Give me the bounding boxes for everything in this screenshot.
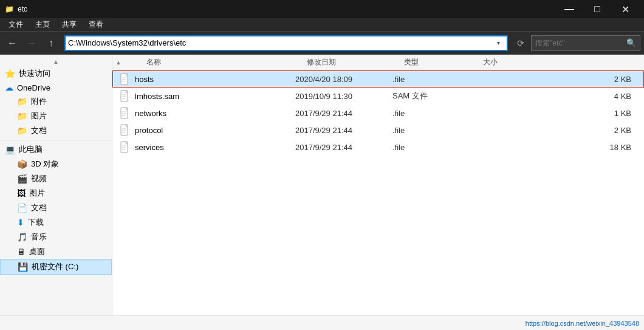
table-row[interactable]: networks2017/9/29 21:44.file1 KB bbox=[112, 105, 644, 122]
file-name: lmhosts.sam bbox=[135, 92, 295, 101]
refresh-button[interactable]: ⟳ bbox=[513, 35, 529, 51]
file-type: .file bbox=[392, 75, 471, 84]
quick-access-icon: ⭐ bbox=[5, 69, 15, 78]
file-date: 2019/10/9 11:30 bbox=[295, 92, 392, 101]
menu-share[interactable]: 共享 bbox=[56, 18, 83, 31]
maximize-btn[interactable]: □ bbox=[583, 0, 611, 18]
sidebar-item-docs[interactable]: 📄 文档 bbox=[0, 201, 112, 215]
sidebar-item-images[interactable]: 🖼 图片 bbox=[0, 186, 112, 201]
folder-icon: 📁 bbox=[17, 126, 27, 136]
status-bar: https://blog.csdn.net/weixin_43943548 bbox=[0, 315, 644, 330]
sidebar-item-documents[interactable]: 📁 文档 bbox=[0, 123, 112, 138]
file-size: 2 KB bbox=[471, 126, 643, 135]
file-size: 1 KB bbox=[471, 109, 643, 118]
table-row[interactable]: services2017/9/29 21:44.file18 KB bbox=[112, 139, 644, 156]
table-row[interactable]: hosts2020/4/20 18:09.file2 KB bbox=[112, 70, 644, 88]
table-row[interactable]: protocol2017/9/29 21:44.file2 KB bbox=[112, 122, 644, 139]
menu-view[interactable]: 查看 bbox=[83, 18, 109, 31]
file-type: .file bbox=[392, 126, 471, 135]
column-headers: ▲ 名称 修改日期 类型 大小 bbox=[112, 55, 644, 70]
sidebar-item-attachments[interactable]: 📁 附件 bbox=[0, 94, 112, 109]
search-bar[interactable]: 🔍 bbox=[531, 35, 640, 51]
file-size: 18 KB bbox=[471, 143, 643, 152]
table-row[interactable]: lmhosts.sam2019/10/9 11:30SAM 文件4 KB bbox=[112, 88, 644, 105]
file-name: networks bbox=[135, 109, 295, 118]
sidebar-item-videos[interactable]: 🎬 视频 bbox=[0, 171, 112, 186]
sidebar-divider bbox=[0, 140, 112, 140]
sidebar: ▲ ⭐ 快速访问 ☁ OneDrive 📁 附件 📁 图片 📁 文档 💻 此电脑 bbox=[0, 55, 112, 315]
search-icon: 🔍 bbox=[626, 38, 636, 47]
col-header-type[interactable]: 类型 bbox=[404, 57, 483, 67]
file-size: 4 KB bbox=[471, 92, 643, 101]
file-icon bbox=[119, 107, 131, 119]
sidebar-item-drive[interactable]: 💾 机密文件 (C:) bbox=[0, 259, 112, 275]
file-list: hosts2020/4/20 18:09.file2 KB lmhosts.sa… bbox=[112, 70, 644, 156]
title-controls: — □ ✕ bbox=[555, 0, 639, 18]
downloads-icon: ⬇ bbox=[17, 218, 24, 227]
file-date: 2017/9/29 21:44 bbox=[295, 126, 392, 135]
sidebar-item-downloads[interactable]: ⬇ 下载 bbox=[0, 215, 112, 230]
menu-home[interactable]: 主页 bbox=[29, 18, 56, 31]
sidebar-item-pictures[interactable]: 📁 图片 bbox=[0, 109, 112, 123]
sidebar-onedrive[interactable]: ☁ OneDrive bbox=[0, 81, 112, 94]
file-type: .file bbox=[392, 143, 471, 152]
drive-icon: 💾 bbox=[18, 262, 28, 272]
col-header-name[interactable]: 名称 bbox=[125, 57, 307, 67]
file-name: protocol bbox=[135, 126, 295, 135]
search-input[interactable] bbox=[535, 39, 626, 47]
file-type: SAM 文件 bbox=[392, 91, 471, 101]
main-content: ▲ ⭐ 快速访问 ☁ OneDrive 📁 附件 📁 图片 📁 文档 💻 此电脑 bbox=[0, 55, 644, 315]
sidebar-item-desktop[interactable]: 🖥 桌面 bbox=[0, 244, 112, 259]
file-area: ▲ 名称 修改日期 类型 大小 hosts2020/4/20 18:09.fil… bbox=[112, 55, 644, 315]
menu-bar: 文件 主页 共享 查看 bbox=[0, 18, 644, 32]
documents-icon: 📄 bbox=[17, 203, 27, 213]
address-dropdown-btn[interactable]: ▾ bbox=[492, 36, 504, 50]
sidebar-item-music[interactable]: 🎵 音乐 bbox=[0, 230, 112, 244]
folder-icon: 📁 bbox=[17, 111, 27, 121]
file-icon bbox=[119, 73, 131, 85]
col-header-date[interactable]: 修改日期 bbox=[307, 57, 404, 67]
sidebar-scroll-up[interactable]: ▲ bbox=[0, 57, 112, 66]
title-text: etc bbox=[18, 5, 27, 13]
file-size: 2 KB bbox=[471, 75, 643, 84]
up-button[interactable]: ↑ bbox=[43, 35, 60, 52]
onedrive-icon: ☁ bbox=[5, 83, 13, 92]
images-icon: 🖼 bbox=[17, 188, 26, 198]
sidebar-this-pc[interactable]: 💻 此电脑 bbox=[0, 142, 112, 157]
sidebar-item-3d[interactable]: 📦 3D 对象 bbox=[0, 157, 112, 171]
this-pc-icon: 💻 bbox=[5, 145, 15, 154]
sort-arrow[interactable]: ▲ bbox=[112, 59, 125, 66]
app-icon: 📁 bbox=[5, 5, 14, 13]
toolbar: ← → ↑ ▾ ⟳ 🔍 bbox=[0, 32, 644, 55]
file-date: 2017/9/29 21:44 bbox=[295, 143, 392, 152]
3d-objects-icon: 📦 bbox=[17, 159, 27, 169]
music-icon: 🎵 bbox=[17, 232, 27, 242]
back-button[interactable]: ← bbox=[4, 35, 21, 52]
minimize-btn[interactable]: — bbox=[555, 0, 583, 18]
col-header-size[interactable]: 大小 bbox=[483, 57, 644, 67]
address-bar[interactable]: ▾ bbox=[64, 35, 508, 51]
status-link[interactable]: https://blog.csdn.net/weixin_43943548 bbox=[526, 320, 639, 327]
file-icon bbox=[119, 90, 131, 102]
sidebar-quick-access[interactable]: ⭐ 快速访问 bbox=[0, 66, 112, 81]
close-btn[interactable]: ✕ bbox=[611, 0, 639, 18]
address-input[interactable] bbox=[68, 38, 492, 47]
menu-file[interactable]: 文件 bbox=[2, 18, 29, 31]
file-name: services bbox=[135, 143, 295, 152]
desktop-icon: 🖥 bbox=[17, 247, 26, 256]
file-date: 2020/4/20 18:09 bbox=[295, 75, 392, 84]
file-type: .file bbox=[392, 109, 471, 118]
file-name: hosts bbox=[135, 75, 295, 84]
title-bar: 📁 etc — □ ✕ bbox=[0, 0, 644, 18]
file-icon bbox=[119, 141, 131, 153]
file-date: 2017/9/29 21:44 bbox=[295, 109, 392, 118]
forward-button[interactable]: → bbox=[23, 35, 40, 52]
file-icon bbox=[119, 124, 131, 136]
videos-icon: 🎬 bbox=[17, 174, 27, 184]
folder-icon: 📁 bbox=[17, 97, 27, 106]
